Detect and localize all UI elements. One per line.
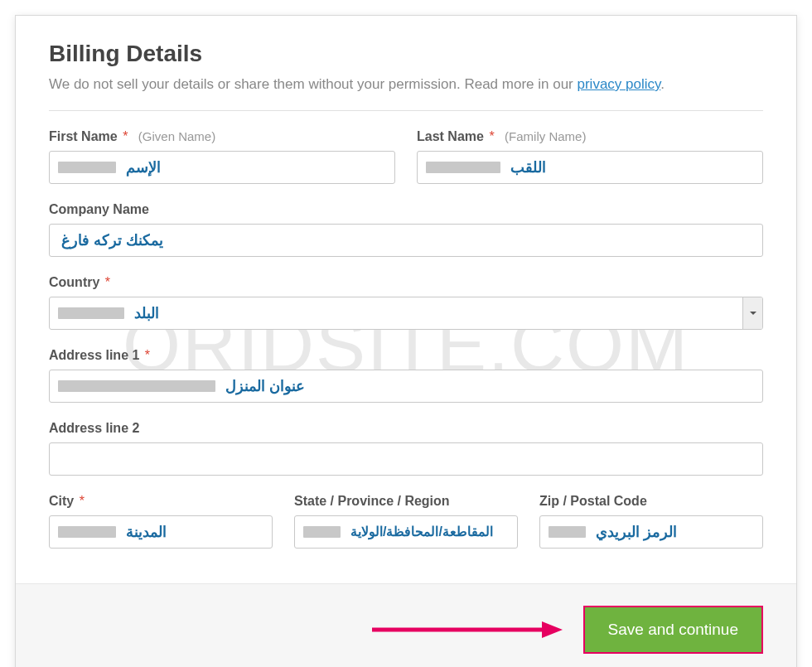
company-field: Company Name يمكنك تركه فارغ — [49, 202, 763, 257]
city-field: City * المدينة — [49, 494, 273, 549]
last-name-annotation: اللقب — [510, 158, 546, 176]
city-input[interactable]: المدينة — [49, 515, 273, 549]
zip-field: Zip / Postal Code الرمز البريدي — [539, 494, 763, 549]
page-title: Billing Details — [49, 41, 763, 67]
required-mark: * — [489, 129, 494, 143]
svg-marker-1 — [542, 621, 563, 638]
save-continue-button[interactable]: Save and continue — [583, 606, 763, 654]
divider — [49, 110, 763, 111]
form-body: Billing Details We do not sell your deta… — [16, 16, 796, 583]
company-label: Company Name — [49, 202, 763, 217]
redacted-block — [58, 307, 124, 319]
city-annotation: المدينة — [126, 523, 167, 541]
zip-annotation: الرمز البريدي — [596, 523, 677, 541]
state-label: State / Province / Region — [294, 494, 518, 509]
redacted-block — [549, 526, 586, 538]
required-mark: * — [145, 348, 150, 362]
country-field: Country * البلد — [49, 275, 763, 330]
redacted-block — [426, 162, 500, 173]
required-mark: * — [80, 494, 85, 508]
arrow-right-icon — [368, 617, 567, 642]
zip-label: Zip / Postal Code — [539, 494, 763, 509]
row-address1: Address line 1 * عنوان المنزل — [49, 348, 763, 403]
first-name-input[interactable]: الإسم — [49, 151, 395, 184]
address1-annotation: عنوان المنزل — [225, 377, 305, 395]
required-mark: * — [123, 129, 128, 143]
address2-input[interactable] — [49, 442, 763, 476]
redacted-block — [58, 162, 116, 173]
zip-input[interactable]: الرمز البريدي — [539, 515, 763, 549]
address2-field: Address line 2 — [49, 421, 763, 476]
state-field: State / Province / Region المقاطعة/المحا… — [294, 494, 518, 549]
last-name-label: Last Name * (Family Name) — [417, 129, 763, 144]
address1-input[interactable]: عنوان المنزل — [49, 370, 763, 403]
redacted-block — [58, 380, 215, 392]
subtitle: We do not sell your details or share the… — [49, 74, 763, 95]
first-name-label: First Name * (Given Name) — [49, 129, 395, 144]
required-mark: * — [105, 275, 110, 289]
country-label-text: Country — [49, 275, 99, 289]
address1-label-text: Address line 1 — [49, 348, 139, 362]
address1-field: Address line 1 * عنوان المنزل — [49, 348, 763, 403]
country-select[interactable]: البلد — [49, 297, 763, 330]
privacy-policy-link[interactable]: privacy policy — [577, 76, 660, 92]
city-label: City * — [49, 494, 273, 509]
chevron-down-icon[interactable] — [742, 297, 762, 329]
row-country: Country * البلد — [49, 275, 763, 330]
country-label: Country * — [49, 275, 763, 290]
city-label-text: City — [49, 494, 74, 508]
last-name-hint: (Family Name) — [505, 129, 586, 143]
address2-label: Address line 2 — [49, 421, 763, 436]
address1-label: Address line 1 * — [49, 348, 763, 363]
country-annotation: البلد — [134, 304, 159, 322]
company-input[interactable]: يمكنك تركه فارغ — [49, 224, 763, 257]
first-name-annotation: الإسم — [126, 158, 161, 176]
redacted-block — [303, 526, 341, 538]
billing-form-container: ORIDSITE.COM Billing Details We do not s… — [15, 15, 797, 667]
row-name: First Name * (Given Name) الإسم Last Nam… — [49, 129, 763, 184]
first-name-hint: (Given Name) — [138, 129, 215, 143]
last-name-field: Last Name * (Family Name) اللقب — [417, 129, 763, 184]
subtitle-text: We do not sell your details or share the… — [49, 76, 577, 92]
last-name-label-text: Last Name — [417, 129, 484, 143]
state-annotation: المقاطعة/المحافظة/الولاية — [350, 524, 493, 539]
row-company: Company Name يمكنك تركه فارغ — [49, 202, 763, 257]
redacted-block — [58, 526, 116, 538]
state-input[interactable]: المقاطعة/المحافظة/الولاية — [294, 515, 518, 549]
first-name-field: First Name * (Given Name) الإسم — [49, 129, 395, 184]
last-name-input[interactable]: اللقب — [417, 151, 763, 184]
row-city-state-zip: City * المدينة State / Province / Region… — [49, 494, 763, 549]
first-name-label-text: First Name — [49, 129, 118, 143]
subtitle-suffix: . — [660, 76, 665, 92]
company-annotation: يمكنك تركه فارغ — [61, 231, 163, 249]
row-address2: Address line 2 — [49, 421, 763, 476]
form-footer: Save and continue — [16, 583, 796, 668]
